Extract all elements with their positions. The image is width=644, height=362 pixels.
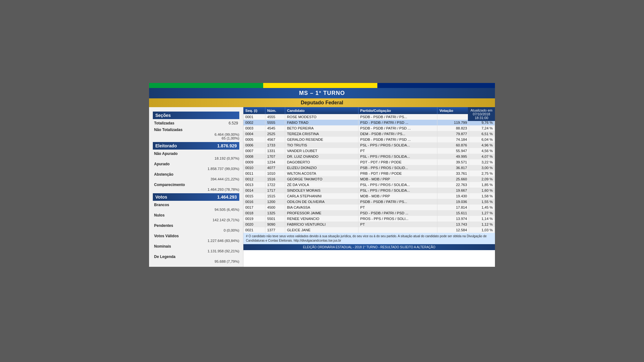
- table-row: 00195501RENEE VENANCIOPROS - PPS / PROS …: [243, 216, 495, 222]
- table-cell: 2525: [265, 131, 285, 137]
- table-cell: DEM - PSDB / PATRI / PS...: [358, 131, 437, 137]
- table-cell: ELIZEU DIONIZIO: [285, 165, 358, 171]
- table-cell: 0003: [243, 125, 265, 131]
- table-cell: DR. LUIZ OVANDO: [285, 154, 358, 159]
- table-cell: 17.814: [437, 205, 469, 210]
- table-cell: 79.877: [437, 131, 469, 137]
- table-cell: 119.799: [437, 120, 469, 125]
- table-cell: PSB - PPS / PROS / SOLID...: [358, 165, 437, 171]
- table-cell: ODILON DE OLIVEIRA: [285, 199, 358, 205]
- table-cell: 19.036: [437, 199, 469, 205]
- col-votacao-header: Votação: [437, 107, 469, 114]
- apurado-block: Apurado 1.858.737 (99,03%): [153, 161, 239, 171]
- table-row: 00181325PROFESSOR JAIMEPSD - PSDB / PATR…: [243, 210, 495, 216]
- table-row: 00081707DR. LUIZ OVANDOPSL - PPS / PROS …: [243, 154, 495, 159]
- table-cell: 4,56 %: [469, 148, 495, 154]
- results-table: Seq. (i) Núm. Candidato Partido/Coligaçã…: [243, 107, 495, 233]
- table-cell: 0001: [243, 114, 265, 120]
- table-cell: 2,75 %: [469, 171, 495, 176]
- table-cell: 0002: [243, 120, 265, 125]
- table-cell: VANDER LOUBET: [285, 148, 358, 154]
- table-cell: PSL - PPS / PROS / SOLIDA...: [358, 188, 437, 193]
- table-cell: BETO PEREIRA: [285, 125, 358, 131]
- nao-totalizadas-label: Não Totalizadas: [154, 128, 182, 132]
- table-cell: PSL - PPS / PROS / SOLIDA...: [358, 182, 437, 188]
- table-cell: 12.584: [437, 227, 469, 233]
- table-row: 00025555FABIO TRADPSD - PSDB / PATRI / P…: [243, 120, 495, 125]
- table-cell: RENEE VENANCIO: [285, 216, 358, 222]
- table-cell: BIA CAVASSA: [285, 205, 358, 210]
- table-cell: PROFESSOR JAIME: [285, 210, 358, 216]
- de-legenda-block: De Legenda 95.688 (7,79%): [153, 254, 239, 263]
- table-cell: 1516: [265, 176, 285, 182]
- header-subtitle: Deputado Federal: [149, 98, 495, 107]
- table-cell: 4077: [265, 165, 285, 171]
- table-cell: PDT - PDT / PRB / PODE: [358, 159, 437, 165]
- totalizadas-block: Totalizadas 6.529: [153, 120, 239, 126]
- table-cell: MDB - MDB / PRP: [358, 176, 437, 182]
- table-cell: 1,03 %: [469, 227, 495, 233]
- table-cell: 1234: [265, 159, 285, 165]
- table-cell: [358, 227, 437, 233]
- table-row: 00151515CARLA STEPHANINIMDB - MDB / PRP1…: [243, 193, 495, 199]
- table-cell: DAGOBERTO: [285, 159, 358, 165]
- nao-apurado-value: 18.192 (0,97%): [153, 156, 239, 160]
- nulos-value: 142.142 (9,71%): [153, 218, 239, 222]
- table-cell: 1331: [265, 148, 285, 154]
- brancos-label: Brancos: [154, 203, 169, 207]
- table-cell: 0015: [243, 193, 265, 199]
- table-cell: 0014: [243, 188, 265, 193]
- table-cell: 0004: [243, 131, 265, 137]
- screen-container: MS – 1° TURNO Deputado Federal Seções To…: [149, 83, 495, 267]
- table-cell: 0010: [243, 165, 265, 171]
- update-box: Atualizado em 07/10/2018 18:31:00: [468, 107, 495, 121]
- comparecimento-value: 1.464.293 (78,78%): [153, 188, 239, 191]
- table-cell: 0020: [243, 222, 265, 227]
- table-cell: PSDB - PSDB / PATRI / PS...: [358, 199, 437, 205]
- table-cell: 0008: [243, 154, 265, 159]
- table-cell: 19.667: [437, 188, 469, 193]
- table-cell: 0021: [243, 227, 265, 233]
- table-cell: MDB - MDB / PRP: [358, 193, 437, 199]
- table-row: 00209090FABRÍCIO VENTUROLIPT13.7431,12 %: [243, 222, 495, 227]
- table-cell: 6,51 %: [469, 131, 495, 137]
- table-row: 00104077ELIZEU DIONIZIOPSB - PPS / PROS …: [243, 165, 495, 171]
- comparecimento-block: Comparecimento 1.464.293 (78,78%): [153, 182, 239, 191]
- table-cell: 4545: [265, 125, 285, 131]
- table-header-row: Seq. (i) Núm. Candidato Partido/Coligaçã…: [243, 107, 495, 114]
- comparecimento-label: Comparecimento: [154, 183, 185, 187]
- col-seq-header: Seq. (i): [243, 107, 265, 114]
- update-label: Atualizado em: [470, 108, 492, 112]
- table-cell: PSD - PSDB / PATRI / PSD ...: [358, 120, 437, 125]
- right-panel: Atualizado em 07/10/2018 18:31:00 Seq. (…: [243, 107, 495, 267]
- de-legenda-value: 95.688 (7,79%): [153, 260, 239, 263]
- pendentes-block: Pendentes 0 (0,00%): [153, 223, 239, 232]
- nulos-block: Nulos 142.142 (9,71%): [153, 212, 239, 222]
- update-time: 18:31:00: [470, 116, 492, 120]
- table-cell: 4567: [265, 137, 285, 142]
- table-cell: 1377: [265, 227, 285, 233]
- table-cell: PSD - PSDB / PATRI / PSD ...: [358, 210, 437, 216]
- col-partido-header: Partido/Coligação: [358, 107, 437, 114]
- table-row: 00091234DAGOBERTOPDT - PDT / PRB / PODE3…: [243, 159, 495, 165]
- table-cell: SINDOLEY MORAIS: [285, 188, 358, 193]
- footer-note: # O candidato não teve seus votos valida…: [243, 233, 495, 244]
- table-cell: TEREZA CRISTINA: [285, 131, 358, 137]
- table-cell: 19.430: [437, 193, 469, 199]
- flag-bar: [149, 83, 495, 88]
- table-cell: 13.974: [437, 216, 469, 222]
- footer-bottom: ELEIÇÃO ORDINÁRIA ESTADUAL - 2018 1° TUR…: [243, 244, 495, 250]
- table-cell: 36.817: [437, 165, 469, 171]
- table-cell: 7,24 %: [469, 125, 495, 131]
- table-cell: 1707: [265, 154, 285, 159]
- table-row: 00141717SINDOLEY MORAISPSL - PPS / PROS …: [243, 188, 495, 193]
- update-date: 07/10/2018: [470, 112, 492, 116]
- votos-validos-block: Votos Válidos 1.227.646 (83,84%): [153, 233, 239, 243]
- nominais-block: Nominais 1.131.958 (92,21%): [153, 244, 239, 253]
- table-cell: 1,58 %: [469, 193, 495, 199]
- table-cell: FABIO TRAD: [285, 120, 358, 125]
- table-cell: 33.761: [437, 171, 469, 176]
- main-content: Seções Totalizadas 6.529 Não Totalizadas…: [149, 107, 495, 267]
- table-cell: 4,07 %: [469, 154, 495, 159]
- eleitorado-title: Eleitorado 1.876.929: [153, 142, 239, 150]
